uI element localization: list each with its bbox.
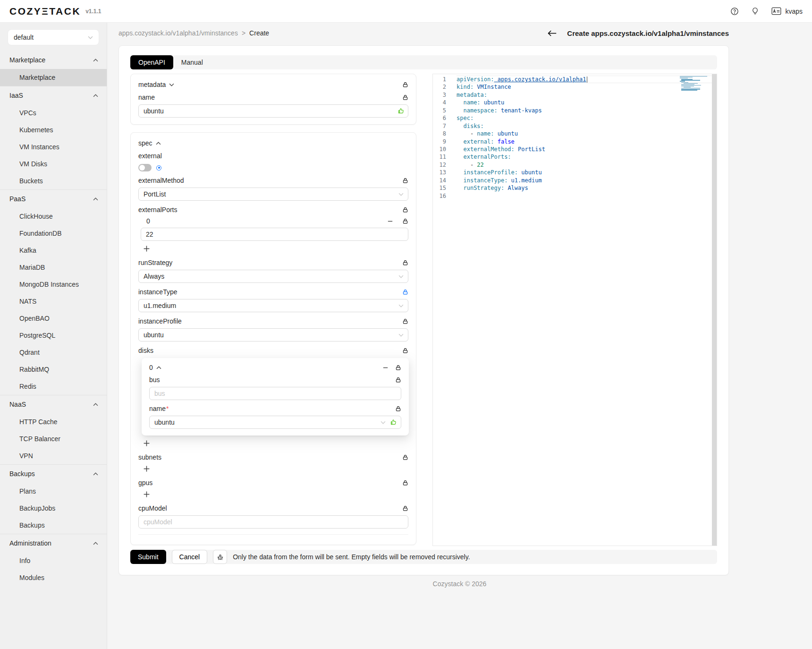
user-menu[interactable]: kvaps <box>771 7 803 15</box>
help-icon[interactable] <box>730 7 739 16</box>
code-line[interactable]: kind: VMInstance <box>457 83 717 91</box>
sidebar-item-rabbitmq[interactable]: RabbitMQ <box>0 361 107 378</box>
sidebar-item-marketplace[interactable]: Marketplace <box>0 69 107 86</box>
editor-minimap[interactable] <box>680 76 709 91</box>
metadata-name-input[interactable] <box>138 104 408 118</box>
scrollbar-thumb[interactable] <box>712 74 717 546</box>
sidebar-item-mariadb[interactable]: MariaDB <box>0 259 107 276</box>
sidebar-item-postgresql[interactable]: PostgreSQL <box>0 327 107 344</box>
code-line[interactable]: externalPorts: <box>457 153 717 161</box>
sidebar-item-kubernetes[interactable]: Kubernetes <box>0 121 107 138</box>
spec-section-toggle[interactable]: spec <box>138 139 161 147</box>
sidebar-item-plans[interactable]: Plans <box>0 483 107 500</box>
code-line[interactable]: apiVersion: apps.cozystack.io/v1alpha1 <box>457 76 717 83</box>
sidebar-section-header-naas[interactable]: NaaS <box>0 395 107 413</box>
cpumodel-input[interactable] <box>138 515 408 529</box>
code-line[interactable]: runStrategy: Always <box>457 184 717 192</box>
code-line[interactable]: - name: ubuntu <box>457 130 717 137</box>
code-line[interactable]: instanceProfile: ubuntu <box>457 169 717 176</box>
lock-icon[interactable] <box>402 94 408 101</box>
code-line[interactable]: external: false <box>457 138 717 145</box>
sidebar-item-vpn[interactable]: VPN <box>0 447 107 464</box>
code-line[interactable]: name: ubuntu <box>457 99 717 106</box>
instanceprofile-select[interactable]: ubuntu <box>138 328 408 342</box>
back-button[interactable] <box>548 30 557 37</box>
add-gpu-button[interactable] <box>143 489 150 499</box>
thumbs-up-icon[interactable] <box>390 419 397 426</box>
sidebar-item-nats[interactable]: NATS <box>0 293 107 310</box>
lock-icon[interactable] <box>402 505 408 512</box>
tab-openapi[interactable]: OpenAPI <box>130 55 173 69</box>
cancel-button[interactable]: Cancel <box>172 550 208 564</box>
editor-code[interactable]: apiVersion: apps.cozystack.io/v1alpha1ki… <box>457 76 717 546</box>
sidebar-item-info[interactable]: Info <box>0 552 107 569</box>
lock-icon[interactable] <box>402 207 408 213</box>
code-line[interactable]: instanceType: u1.medium <box>457 177 717 184</box>
submit-button[interactable]: Submit <box>130 550 166 564</box>
code-line[interactable]: namespace: tenant-kvaps <box>457 107 717 114</box>
sidebar-item-vpcs[interactable]: VPCs <box>0 104 107 121</box>
namespace-select[interactable]: default <box>8 29 99 45</box>
remove-item-button[interactable] <box>382 365 389 371</box>
add-disk-button[interactable] <box>143 438 150 448</box>
sidebar-item-foundationdb[interactable]: FoundationDB <box>0 225 107 242</box>
sidebar-item-tcp-balancer[interactable]: TCP Balancer <box>0 430 107 447</box>
breadcrumb-path[interactable]: apps.cozystack.io/v1alpha1/vminstances <box>118 29 238 37</box>
sidebar-item-http-cache[interactable]: HTTP Cache <box>0 413 107 430</box>
sidebar-item-clickhouse[interactable]: ClickHouse <box>0 208 107 225</box>
add-externalports-button[interactable] <box>143 243 150 254</box>
runstrategy-select[interactable]: Always <box>138 270 408 283</box>
editor-scrollbar[interactable] <box>712 74 717 546</box>
chevron-up-icon <box>93 59 98 62</box>
lock-icon[interactable] <box>395 365 401 371</box>
disk-name-select[interactable]: ubuntu <box>149 416 401 429</box>
sidebar-item-backups[interactable]: Backups <box>0 517 107 534</box>
thumbs-up-icon[interactable] <box>398 108 405 115</box>
yaml-editor[interactable]: 12345678910111213141516 apiVersion: apps… <box>432 74 717 546</box>
theme-bulb-icon[interactable] <box>751 7 759 15</box>
sidebar-section-header-paas[interactable]: PaaS <box>0 190 107 208</box>
sidebar-section-header-backups[interactable]: Backups <box>0 465 107 483</box>
sidebar-section-header-iaas[interactable]: IaaS <box>0 86 107 104</box>
lock-icon[interactable] <box>402 178 408 184</box>
sidebar-item-backupjobs[interactable]: BackupJobs <box>0 500 107 517</box>
lock-icon[interactable] <box>402 454 408 461</box>
remove-item-button[interactable] <box>387 218 393 224</box>
tab-manual[interactable]: Manual <box>173 55 211 69</box>
disks-item-toggle[interactable]: 0 <box>149 364 161 371</box>
bus-input[interactable] <box>149 387 401 400</box>
external-toggle[interactable] <box>138 164 152 171</box>
code-line[interactable]: spec: <box>457 114 717 122</box>
metadata-section-toggle[interactable]: metadata <box>138 81 174 88</box>
debug-button[interactable] <box>213 550 227 564</box>
lock-icon[interactable] <box>402 348 408 354</box>
code-line[interactable]: externalMethod: PortList <box>457 145 717 153</box>
lock-icon[interactable] <box>395 406 401 412</box>
sidebar-item-mongodb-instances[interactable]: MongoDB Instances <box>0 276 107 293</box>
code-line[interactable]: metadata: <box>457 91 717 99</box>
lock-icon[interactable] <box>402 218 408 224</box>
add-subnet-button[interactable] <box>143 463 150 474</box>
sidebar-item-buckets[interactable]: Buckets <box>0 172 107 189</box>
externalmethod-select[interactable]: PortList <box>138 188 408 201</box>
sidebar-section-header-marketplace[interactable]: Marketplace <box>0 51 107 69</box>
sidebar-item-kafka[interactable]: Kafka <box>0 242 107 259</box>
instancetype-select[interactable]: u1.medium <box>138 299 408 312</box>
sidebar-item-modules[interactable]: Modules <box>0 569 107 586</box>
code-line[interactable]: - 22 <box>457 161 717 169</box>
lock-icon[interactable] <box>402 82 408 88</box>
lock-icon[interactable] <box>402 260 408 266</box>
sidebar-item-vm-instances[interactable]: VM Instances <box>0 138 107 155</box>
sidebar-item-redis[interactable]: Redis <box>0 378 107 395</box>
lock-icon[interactable] <box>402 318 408 324</box>
code-line[interactable]: disks: <box>457 122 717 130</box>
sidebar-section-header-administration[interactable]: Administration <box>0 534 107 552</box>
unlock-icon[interactable] <box>402 289 408 295</box>
externalports-item-input[interactable] <box>141 228 408 241</box>
lock-icon[interactable] <box>402 480 408 486</box>
sidebar-item-vm-disks[interactable]: VM Disks <box>0 155 107 172</box>
lock-icon[interactable] <box>395 377 401 383</box>
sidebar-item-qdrant[interactable]: Qdrant <box>0 344 107 361</box>
code-line[interactable] <box>457 192 717 200</box>
sidebar-item-openbao[interactable]: OpenBAO <box>0 310 107 327</box>
